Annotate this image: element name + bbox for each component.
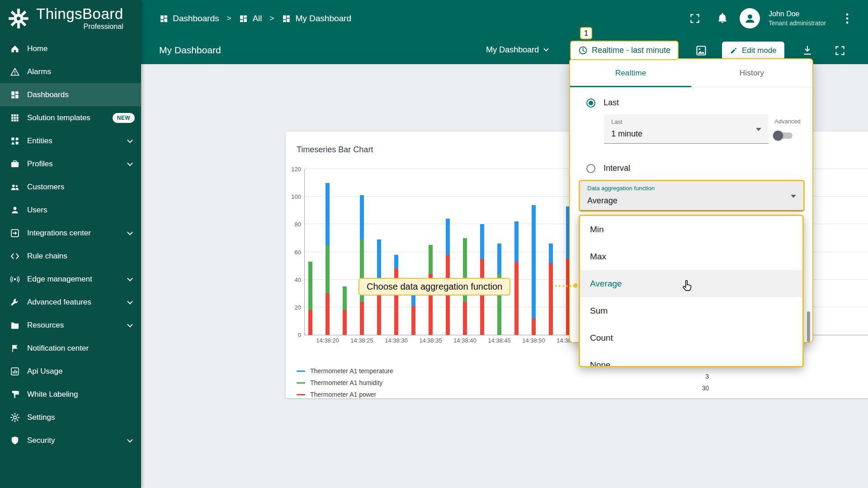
advanced-toggle[interactable] bbox=[774, 132, 793, 139]
sidebar-item-label: Profiles bbox=[27, 160, 53, 169]
sidebar-item-rule-chains[interactable]: Rule chains bbox=[0, 244, 141, 267]
legend-value-clipped: 30 bbox=[684, 385, 709, 392]
kebab-menu-icon[interactable] bbox=[842, 11, 853, 26]
sidebar-item-label: Integrations center bbox=[27, 229, 91, 238]
y-axis-label: 0 bbox=[283, 332, 301, 338]
aggregation-option-max[interactable]: Max bbox=[580, 243, 802, 270]
dashboard-select[interactable]: My Dashboard bbox=[486, 45, 548, 55]
sidebar-item-users[interactable]: Users bbox=[0, 198, 141, 221]
radio-selected-icon bbox=[586, 99, 595, 108]
aggregation-option-average[interactable]: Average bbox=[580, 270, 802, 297]
bar bbox=[326, 183, 330, 335]
sidebar-item-dashboards[interactable]: Dashboards bbox=[0, 83, 141, 106]
sidebar-item-alarms[interactable]: Alarms bbox=[0, 60, 141, 83]
dropdown-caret-icon bbox=[791, 195, 796, 198]
tab-realtime[interactable]: Realtime bbox=[570, 59, 691, 87]
last-radio-row[interactable]: Last bbox=[586, 98, 619, 108]
fullscreen-icon[interactable] bbox=[689, 13, 701, 24]
sidebar-item-label: Customers bbox=[27, 183, 64, 192]
pencil-icon bbox=[730, 47, 738, 55]
option-label: Average bbox=[590, 279, 622, 289]
sidebar-item-white-labeling[interactable]: White Labeling bbox=[0, 383, 141, 406]
chevron-down-icon bbox=[127, 160, 133, 166]
sidebar-item-solution-templates[interactable]: Solution templatesNEW bbox=[0, 106, 141, 129]
interval-radio-row[interactable]: Interval bbox=[586, 164, 630, 173]
legend-item[interactable]: Thermometer A1 temperature bbox=[297, 365, 393, 377]
user-block[interactable]: John Doe Tenant administrator bbox=[769, 9, 826, 27]
breadcrumb-item-dashboards[interactable]: Dashboards bbox=[159, 14, 219, 23]
user-name: John Doe bbox=[769, 9, 826, 19]
legend-item[interactable]: Thermometer A1 humidity bbox=[297, 377, 393, 389]
edit-mode-label: Edit mode bbox=[742, 46, 777, 55]
thingsboard-logo[interactable]: ThingsBoard Professional bbox=[0, 0, 141, 37]
breadcrumb-item-all[interactable]: All bbox=[239, 14, 262, 23]
tour-step-badge: 1 bbox=[580, 27, 592, 39]
timewindow-tabs: RealtimeHistory bbox=[570, 59, 812, 87]
legend-item[interactable]: Thermometer A1 power bbox=[297, 389, 393, 400]
sidebar-item-settings[interactable]: Settings bbox=[0, 406, 141, 429]
notifications-bell-icon[interactable] bbox=[717, 12, 728, 24]
sidebar-nav: HomeAlarmsDashboardsSolution templatesNE… bbox=[0, 37, 141, 452]
bar-segment bbox=[514, 262, 519, 335]
sidebar-item-home[interactable]: Home bbox=[0, 37, 141, 60]
aggregation-option-min[interactable]: Min bbox=[580, 216, 802, 243]
bar-segment bbox=[480, 259, 484, 335]
sidebar-item-edge-management[interactable]: Edge management bbox=[0, 267, 141, 291]
tab-history[interactable]: History bbox=[691, 59, 812, 87]
legend-label: Thermometer A1 humidity bbox=[310, 379, 382, 386]
sidebar-item-notification-center[interactable]: Notification center bbox=[0, 337, 141, 360]
edge-icon bbox=[10, 274, 20, 284]
breadcrumb-label: My Dashboard bbox=[295, 14, 351, 23]
security-icon bbox=[10, 436, 20, 446]
aggregation-dropdown-menu: MinMaxAverageSumCountNone bbox=[579, 215, 804, 367]
y-axis-label: 120 bbox=[283, 166, 301, 173]
tour-connector-line bbox=[555, 285, 575, 287]
sidebar-item-customers[interactable]: Customers bbox=[0, 175, 141, 198]
sidebar-item-advanced-features[interactable]: Advanced features bbox=[0, 291, 141, 314]
user-role: Tenant administrator bbox=[769, 19, 826, 28]
templates-icon bbox=[10, 113, 20, 123]
aggregation-select[interactable]: Data aggregation function Average bbox=[579, 180, 805, 212]
api-icon bbox=[10, 366, 20, 376]
panel-scrollbar[interactable] bbox=[807, 311, 810, 342]
sidebar-item-integrations-center[interactable]: Integrations center bbox=[0, 221, 141, 244]
top-header: Dashboards>All>My Dashboard John Doe Ten… bbox=[141, 0, 868, 37]
last-field-label: Last bbox=[611, 118, 623, 125]
sidebar: ThingsBoard Professional HomeAlarmsDashb… bbox=[0, 0, 141, 488]
sidebar-item-security[interactable]: Security bbox=[0, 429, 141, 452]
sidebar-item-label: Edge management bbox=[27, 275, 92, 284]
aggregation-option-sum[interactable]: Sum bbox=[580, 297, 802, 324]
sidebar-item-label: Users bbox=[27, 206, 47, 215]
dashboard-select-value: My Dashboard bbox=[486, 45, 539, 55]
avatar[interactable] bbox=[740, 8, 760, 28]
sidebar-item-resources[interactable]: Resources bbox=[0, 314, 141, 337]
sidebar-item-label: Alarms bbox=[27, 67, 51, 76]
chevron-down-icon bbox=[127, 321, 133, 327]
sidebar-item-entities[interactable]: Entities bbox=[0, 129, 141, 152]
timewindow-button[interactable]: Realtime - last minute bbox=[570, 41, 679, 60]
last-interval-select[interactable]: Last 1 minute bbox=[604, 114, 769, 144]
option-label: Min bbox=[590, 225, 604, 235]
sidebar-item-label: White Labeling bbox=[27, 390, 78, 399]
sidebar-item-label: Entities bbox=[27, 136, 52, 145]
last-radio-label: Last bbox=[604, 98, 619, 108]
dropdown-caret-icon bbox=[756, 128, 761, 131]
breadcrumb-label: All bbox=[252, 14, 262, 23]
sidebar-item-profiles[interactable]: Profiles bbox=[0, 152, 141, 175]
chevron-down-icon bbox=[127, 137, 133, 143]
x-axis-label: 14:38:50 bbox=[516, 337, 552, 344]
download-icon[interactable] bbox=[802, 45, 813, 56]
fullscreen-dashboard-icon[interactable] bbox=[834, 45, 846, 56]
breadcrumb-item-my-dashboard[interactable]: My Dashboard bbox=[282, 14, 351, 23]
new-badge: NEW bbox=[113, 113, 135, 123]
aggregation-option-count[interactable]: Count bbox=[580, 324, 802, 352]
bar-segment bbox=[343, 310, 347, 335]
bar-segment bbox=[549, 263, 553, 335]
widget-title: Timeseries Bar Chart bbox=[297, 145, 373, 155]
bar-segment bbox=[497, 244, 501, 274]
image-gallery-icon[interactable] bbox=[695, 45, 707, 56]
settings-icon bbox=[10, 413, 20, 422]
sidebar-item-api-usage[interactable]: Api Usage bbox=[0, 360, 141, 383]
aggregation-option-none[interactable]: None bbox=[580, 352, 802, 367]
edit-mode-button[interactable]: Edit mode bbox=[722, 42, 784, 60]
